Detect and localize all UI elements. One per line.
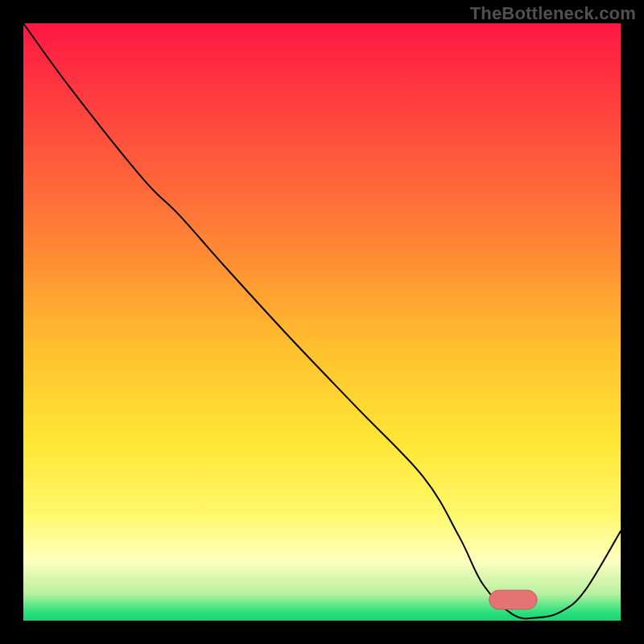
plot-area (23, 23, 621, 621)
chart-svg (23, 23, 621, 621)
watermark-text: TheBottleneck.com (470, 3, 636, 24)
chart-container: TheBottleneck.com (0, 0, 644, 644)
optimal-range-pill (489, 590, 537, 609)
plot-background (23, 23, 621, 621)
